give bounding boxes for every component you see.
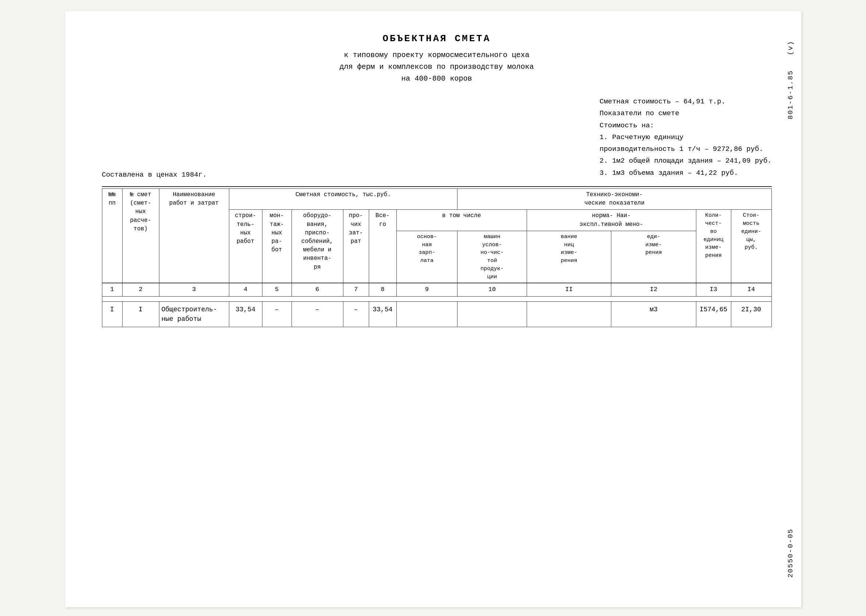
subtitle-line3: на 400-800 коров xyxy=(102,73,772,85)
col-norm-header: ваниеницизме-рения xyxy=(527,231,611,283)
col-osn-header: основ-наязарп-лата xyxy=(396,231,457,283)
cell-norm xyxy=(527,302,611,327)
cell-mon: – xyxy=(262,302,291,327)
num-11: II xyxy=(527,283,611,296)
date-info: Составлена в ценах 1984г. xyxy=(102,149,207,179)
cost-line3: Стоимость на: xyxy=(600,119,772,131)
cost-line4: 1. Расчетную единицу xyxy=(600,131,772,143)
spacer-row xyxy=(102,296,772,302)
num-3: 3 xyxy=(159,283,229,296)
cell-smet: I xyxy=(122,302,159,327)
title-section: ОБЪЕКТНАЯ СМЕТА к типовому проекту кормо… xyxy=(102,33,772,85)
main-table: №№ пп № смет (смет- ных расче- тов) Наим… xyxy=(102,189,772,327)
col-nai-header: еди-изме-рения xyxy=(611,231,696,283)
cell-ekspl xyxy=(457,302,527,327)
cell-pro: – xyxy=(343,302,369,327)
subtitle-line2: для ферм и комплексов по производству мо… xyxy=(102,61,772,73)
doc-number: 801-6-1.85 xyxy=(786,70,795,119)
num-2: 2 xyxy=(122,283,159,296)
cell-stroi: 33,54 xyxy=(229,302,262,327)
header-row-1: №№ пп № смет (смет- ных расче- тов) Наим… xyxy=(102,189,772,210)
date-label: Составлена в ценах 1984г. xyxy=(102,171,207,179)
col-naim-header: Наименованиеработ и затрат xyxy=(159,189,229,283)
cost-line6: 2. 1м2 общей площади здания – 241,09 руб… xyxy=(600,155,772,167)
info-section: Составлена в ценах 1984г. Сметная стоимо… xyxy=(102,96,772,179)
side-label-bottom: 20550-0-05 xyxy=(786,528,795,578)
cost-info: Сметная стоимость – 64,91 т.р. Показател… xyxy=(600,96,772,179)
cell-kol: I574,65 xyxy=(696,302,731,327)
col-smet-header: № смет (смет- ных расче- тов) xyxy=(122,189,159,283)
side-label-top: 801-6-1.85 (v) xyxy=(786,41,795,119)
col-kol-header: Коли-чест-воединицизме-рения xyxy=(696,210,731,283)
num-7: 7 xyxy=(343,283,369,296)
cell-osn xyxy=(396,302,457,327)
cost-line5: производительность 1 т/ч – 9272,86 руб. xyxy=(600,143,772,155)
cost-line2: Показатели по смете xyxy=(600,107,772,119)
cell-vsego: 33,54 xyxy=(369,302,396,327)
col-ekspl-header: машинуслов-но-чис-тойпродук-ции xyxy=(457,231,527,283)
col-pro-header: про- чих зат- рат xyxy=(343,210,369,283)
num-12: I2 xyxy=(611,283,696,296)
row-numbers: 1 2 3 4 5 6 7 8 9 10 II I2 I3 I4 xyxy=(102,283,772,296)
num-5: 5 xyxy=(262,283,291,296)
num-13: I3 xyxy=(696,283,731,296)
col-vtomchisle-header: в том числе xyxy=(396,210,527,231)
num-4: 4 xyxy=(229,283,262,296)
table-divider-top xyxy=(102,186,772,187)
subtitle-line1: к типовому проекту кормосмесительного це… xyxy=(102,49,772,61)
col-vsego-header: Все-го xyxy=(369,210,396,283)
col-nn-header: №№ пп xyxy=(102,189,122,283)
cost-line1: Сметная стоимость – 64,91 т.р. xyxy=(600,96,772,107)
page: 801-6-1.85 (v) 20550-0-05 ОБЪЕКТНАЯ СМЕТ… xyxy=(65,11,801,607)
num-10: 10 xyxy=(457,283,527,296)
num-8: 8 xyxy=(369,283,396,296)
col-obor-header: оборудо- вания, приспо- соблений, мебели… xyxy=(291,210,343,283)
num-6: 6 xyxy=(291,283,343,296)
cell-stoi: 2I,30 xyxy=(731,302,772,327)
cell-nn: I xyxy=(102,302,122,327)
num-14: I4 xyxy=(731,283,772,296)
main-title: ОБЪЕКТНАЯ СМЕТА xyxy=(102,33,772,44)
cell-nai: м3 xyxy=(611,302,696,327)
col-stoi-header: Стои-мостьедини-цы,руб. xyxy=(731,210,772,283)
num-1: 1 xyxy=(102,283,122,296)
col-techeco-header: Технико-экономи-ческие показатели xyxy=(457,189,772,210)
num-9: 9 xyxy=(396,283,457,296)
subtitle: к типовому проекту кормосмесительного це… xyxy=(102,49,772,85)
cost-line7: 3. 1м3 объема здания – 41,22 руб. xyxy=(600,167,772,179)
col-stroi-header: строи- тель- ных работ xyxy=(229,210,262,283)
cell-obor: – xyxy=(291,302,343,327)
col-smetcost-header: Сметная стоимость, тыс.руб. xyxy=(229,189,457,210)
col-mon-header: мон- таж- ных ра- бот xyxy=(262,210,291,283)
col-norma-header: норма- Наи-экспл.тивной мено- xyxy=(527,210,696,231)
table-row: I I Общестроитель-ные работы 33,54 – – –… xyxy=(102,302,772,327)
doc-code: 20550-0-05 xyxy=(786,528,795,578)
cell-naim: Общестроитель-ные работы xyxy=(159,302,229,327)
doc-version: (v) xyxy=(786,41,795,55)
